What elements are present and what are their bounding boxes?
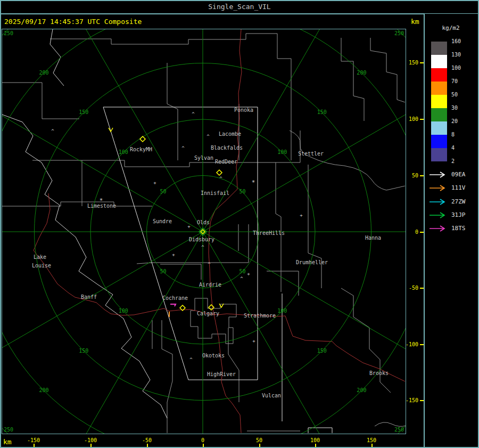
legend-row-18TS: 18TS bbox=[425, 225, 477, 232]
color-scale-block-1 bbox=[431, 55, 447, 68]
color-scale-label-2: 2 bbox=[451, 158, 475, 164]
color-scale-block-8 bbox=[431, 148, 447, 161]
town-labels: PonokaLacombeBlackfaldsSylvanRedDeerStet… bbox=[32, 107, 389, 398]
bottom-axis-tick bbox=[371, 444, 373, 447]
color-scale-label-30: 30 bbox=[451, 105, 475, 111]
range-ring-label: 100 bbox=[277, 308, 287, 314]
caret-marker: ^ bbox=[192, 111, 195, 117]
range-ring-label: 150 bbox=[317, 109, 327, 115]
color-scale-block-6 bbox=[431, 121, 447, 135]
site-arrow-icon bbox=[429, 185, 448, 191]
color-scale-label-4: 4 bbox=[451, 145, 475, 151]
range-ring-label: 200 bbox=[357, 70, 366, 76]
bottom-axis-label--50: -50 bbox=[136, 437, 158, 443]
right-axis-tick bbox=[420, 232, 424, 233]
bottom-axis-tick bbox=[315, 444, 316, 447]
legend-row-27ZW: 27ZW bbox=[425, 198, 477, 206]
right-axis-tick bbox=[420, 288, 424, 289]
bottom-axis-label--100: -100 bbox=[80, 437, 101, 443]
legend-row-09EA: 09EA bbox=[425, 171, 477, 178]
down-arrow-marker bbox=[109, 128, 113, 132]
caret-marker: ^ bbox=[51, 128, 54, 134]
bottom-axis-label-50: 50 bbox=[249, 437, 270, 443]
legend-row-31JP: 31JP bbox=[425, 211, 477, 219]
site-arrow-icon bbox=[429, 172, 448, 178]
right-axis-label--50: -50 bbox=[404, 285, 418, 291]
bottom-axis-tick bbox=[34, 444, 35, 447]
range-ring-label: 150 bbox=[79, 109, 88, 115]
town-label-lacombe: Lacombe bbox=[219, 131, 241, 137]
window-title[interactable]: Single_Scan_VIL bbox=[0, 0, 479, 13]
arrow-glyph bbox=[430, 226, 444, 231]
right-axis-tick bbox=[420, 62, 424, 63]
site-diamond-marker bbox=[209, 305, 214, 310]
site-arrow-icon bbox=[429, 199, 448, 205]
arrow-glyph bbox=[430, 185, 444, 191]
plus-marker: + bbox=[187, 224, 191, 229]
radial-line-60 bbox=[203, 83, 406, 232]
bottom-axis-label-150: 150 bbox=[361, 437, 382, 443]
range-ring-label: 250 bbox=[394, 427, 404, 433]
range-ring-label: 100 bbox=[277, 149, 287, 155]
color-scale-label-20: 20 bbox=[451, 118, 475, 124]
legend-label-18TS: 18TS bbox=[451, 225, 466, 232]
radial-line-210 bbox=[54, 232, 203, 434]
bottom-axis-label-0: 0 bbox=[192, 437, 213, 443]
town-label-olds: Olds bbox=[197, 219, 210, 225]
caret-marker: ^ bbox=[207, 134, 210, 139]
town-label-sundre: Sundre bbox=[153, 218, 172, 224]
arrow-glyph bbox=[430, 213, 444, 218]
range-ring-label: 250 bbox=[394, 30, 404, 36]
site-diamond-marker bbox=[140, 136, 145, 142]
legend-sidebar: kg/m2 16013010070503020842 09EA111V27ZW3… bbox=[425, 14, 478, 446]
town-label-calgary: Calgary bbox=[197, 311, 219, 316]
caret-marker: ^ bbox=[240, 276, 243, 281]
site-arrow-icon bbox=[429, 225, 448, 232]
town-label-stettler: Stettler bbox=[298, 151, 324, 157]
town-label-sylvan: Sylvan bbox=[194, 155, 213, 161]
right-axis-tick bbox=[420, 119, 424, 120]
right-axis-tick bbox=[420, 400, 424, 401]
range-ring-label: 50 bbox=[160, 189, 166, 194]
town-label-blackfalds: Blackfalds bbox=[211, 145, 243, 151]
plus-marker: + bbox=[252, 338, 255, 344]
legend-label-111V: 111V bbox=[451, 184, 466, 191]
bottom-axis-tick bbox=[147, 444, 148, 447]
radar-map[interactable]: 5050505010010010010015015015015020020020… bbox=[2, 29, 406, 434]
legend-row-111V: 111V bbox=[425, 184, 477, 192]
right-axis-label-150: 150 bbox=[404, 60, 418, 66]
right-axis-label-0: 0 bbox=[404, 229, 418, 235]
town-label-hanna: Hanna bbox=[365, 235, 381, 241]
range-ring-label: 250 bbox=[4, 427, 13, 433]
track-mark-magenta bbox=[170, 304, 176, 306]
color-scale-block-3 bbox=[431, 82, 447, 95]
caret-marker: ^ bbox=[189, 357, 193, 362]
range-ring-label: 150 bbox=[317, 348, 327, 354]
legend-label-09EA: 09EA bbox=[451, 171, 466, 178]
bottom-axis-label-100: 100 bbox=[304, 437, 326, 443]
bottom-axis-unit: km bbox=[3, 438, 12, 446]
town-label-strathmore: Strathmore bbox=[244, 313, 276, 319]
town-label-airdrie: Airdrie bbox=[199, 282, 221, 288]
range-ring-label: 200 bbox=[39, 387, 49, 393]
site-arrow-icon bbox=[429, 212, 448, 218]
color-scale-block-4 bbox=[431, 95, 447, 108]
town-label-rockymh: RockyMH bbox=[130, 146, 152, 152]
storm-markers: ^^^^^^^^^++++++** bbox=[51, 111, 303, 362]
color-scale-label-130: 130 bbox=[451, 52, 475, 58]
plus-marker: + bbox=[153, 180, 156, 185]
radial-line-150 bbox=[203, 232, 352, 434]
town-label-louise: Louise bbox=[32, 263, 51, 268]
town-label-innisfail: Innisfail bbox=[201, 190, 229, 196]
range-rings bbox=[2, 29, 406, 434]
bottom-axis-tick bbox=[203, 444, 204, 447]
town-label-okotoks: Okotoks bbox=[202, 353, 225, 359]
town-label-drumheller: Drumheller bbox=[296, 259, 328, 265]
plus-marker: + bbox=[172, 252, 175, 257]
radar-map-panel[interactable]: 5050505010010010010015015015015020020020… bbox=[2, 29, 406, 434]
color-scale-label-70: 70 bbox=[451, 78, 475, 84]
town-label-reddeer: RedDeer bbox=[215, 159, 237, 165]
right-axis-tick bbox=[420, 175, 424, 176]
town-label-highriver: HighRiver bbox=[207, 371, 236, 377]
star-marker: * bbox=[100, 197, 103, 204]
